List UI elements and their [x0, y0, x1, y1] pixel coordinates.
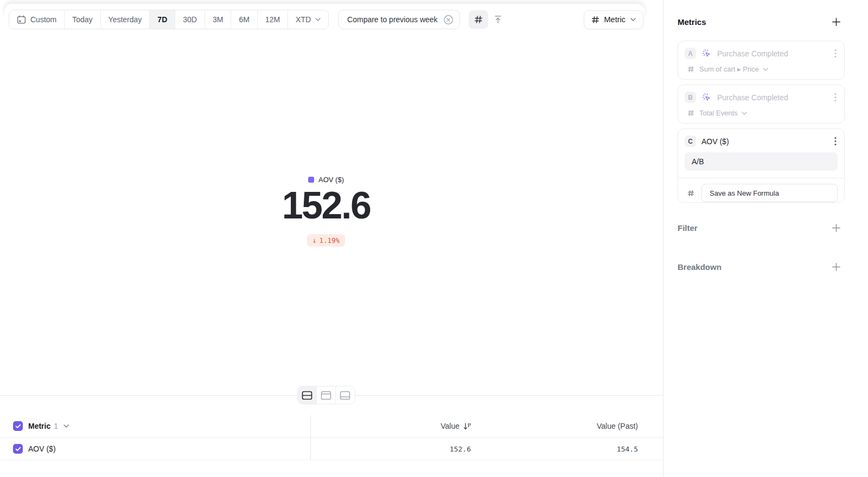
breakdown-title: Breakdown: [678, 262, 722, 272]
checkbox-check-icon: [15, 424, 21, 429]
uplift-button[interactable]: [488, 10, 508, 29]
kpi-value: 152.6: [0, 186, 652, 224]
checkbox-check-icon: [15, 447, 21, 452]
legend-swatch: [308, 177, 314, 183]
query-sidebar: Metrics A Purchase Completed: [663, 0, 868, 477]
analytics-app: Custom Today Yesterday 7D 30D 3M 6M 12M …: [0, 0, 868, 477]
hash-icon: [687, 66, 694, 73]
add-breakdown-button[interactable]: [832, 262, 841, 272]
breakdown-section-header: Breakdown: [678, 262, 841, 272]
date-range-xtd[interactable]: XTD: [288, 10, 328, 29]
measure-dropdown[interactable]: Sum of cart ▸ Price: [699, 65, 768, 73]
metric-name: Purchase Completed: [717, 93, 788, 102]
date-range-label: Custom: [30, 15, 56, 24]
kebab-menu-icon[interactable]: [833, 92, 838, 103]
hash-icon: [591, 16, 599, 24]
plus-icon: [832, 223, 841, 233]
formula-input[interactable]: A/B: [685, 152, 838, 171]
date-range-3m[interactable]: 3M: [205, 10, 231, 29]
metric-card-b[interactable]: B Purchase Completed Total Events: [678, 85, 845, 124]
value-column-header[interactable]: Value: [441, 415, 471, 437]
compare-chip-label: Compare to previous week: [347, 15, 438, 24]
kpi-delta-row: ↓ 1.19%: [0, 234, 652, 247]
hash-icon: [687, 109, 694, 117]
row-value: 152.6: [450, 438, 471, 460]
value-display-toggle: [469, 10, 508, 29]
filter-title: Filter: [678, 223, 698, 233]
show-numbers-button[interactable]: [469, 10, 488, 29]
layout-split-icon: [302, 391, 312, 400]
table-column-divider: [310, 415, 311, 460]
metric-card-c[interactable]: C AOV ($) A/B Save as New Formula: [678, 128, 845, 203]
chevron-down-icon: [315, 18, 321, 21]
row-value-past: 154.5: [617, 438, 638, 460]
date-range-7d[interactable]: 7D: [150, 10, 175, 29]
row-metric-name: AOV ($): [28, 444, 56, 453]
legend-label: AOV ($): [318, 176, 344, 184]
metric-dropdown-label: Metric: [604, 15, 626, 24]
delta-badge: ↓ 1.19%: [307, 234, 345, 247]
select-all-checkbox[interactable]: [13, 421, 23, 431]
add-filter-button[interactable]: [832, 223, 841, 233]
date-range-yesterday[interactable]: Yesterday: [101, 10, 150, 29]
measure-dropdown[interactable]: Total Events: [699, 109, 747, 117]
metric-badge: B: [685, 92, 696, 103]
toolbar: Custom Today Yesterday 7D 30D 3M 6M 12M …: [9, 10, 654, 29]
metrics-section-header: Metrics: [678, 17, 841, 27]
metric-count: 1: [54, 422, 58, 430]
layout-chart-only-button[interactable]: [317, 386, 336, 404]
metric-column-header: Metric: [28, 422, 50, 430]
chevron-down-icon: [630, 18, 636, 21]
layout-top-bar-icon: [321, 391, 331, 400]
hash-icon: [687, 190, 694, 197]
metric-name: AOV ($): [701, 137, 729, 146]
layout-switcher: [297, 386, 355, 404]
value-past-column-header[interactable]: Value (Past): [597, 415, 638, 437]
row-checkbox[interactable]: [13, 444, 23, 454]
date-range-6m[interactable]: 6M: [231, 10, 257, 29]
date-range-selector: Custom Today Yesterday 7D 30D 3M 6M 12M …: [9, 10, 329, 29]
date-range-30d[interactable]: 30D: [175, 10, 205, 29]
chevron-down-icon: [763, 68, 768, 71]
hash-icon: [474, 15, 483, 24]
table-row[interactable]: AOV ($) 152.6 154.5: [0, 438, 663, 460]
add-metric-button[interactable]: [832, 17, 841, 27]
metrics-title: Metrics: [678, 17, 706, 27]
metric-card-a[interactable]: A Purchase Completed Sum of cart ▸: [678, 41, 845, 80]
kebab-menu-icon[interactable]: [833, 48, 838, 59]
sort-descending-icon: [463, 423, 471, 430]
calendar-icon: [17, 15, 26, 24]
plus-icon: [832, 262, 841, 272]
date-range-custom[interactable]: Custom: [9, 10, 65, 29]
compare-chip[interactable]: Compare to previous week: [338, 10, 460, 29]
metric-badge: A: [685, 48, 696, 59]
layout-bottom-bar-icon: [340, 391, 350, 400]
kebab-menu-icon[interactable]: [833, 136, 838, 147]
metric-name: Purchase Completed: [717, 49, 788, 58]
plus-icon: [832, 17, 841, 27]
layout-switcher-wrap: [0, 386, 652, 404]
main-panel: Custom Today Yesterday 7D 30D 3M 6M 12M …: [0, 0, 663, 477]
metric-badge: C: [685, 136, 696, 147]
sparkle-cursor-icon: [701, 92, 712, 102]
delta-value: 1.19%: [319, 236, 340, 244]
metric-dropdown-button[interactable]: Metric: [584, 10, 643, 29]
arrow-down-icon: ↓: [312, 236, 317, 244]
date-range-today[interactable]: Today: [65, 10, 100, 29]
arrow-up-to-line-icon: [493, 15, 503, 24]
date-range-12m[interactable]: 12M: [258, 10, 288, 29]
filter-section-header: Filter: [678, 223, 841, 233]
table-header: Metric 1 Value Value (Past): [0, 415, 663, 438]
chevron-down-icon[interactable]: [63, 424, 69, 428]
layout-table-only-button[interactable]: [336, 386, 355, 404]
sparkle-cursor-icon: [701, 48, 712, 59]
circle-x-icon[interactable]: [443, 15, 454, 25]
save-as-new-formula-button[interactable]: Save as New Formula: [701, 184, 838, 202]
layout-split-button[interactable]: [298, 386, 317, 404]
chart-legend: AOV ($): [0, 176, 652, 184]
chevron-down-icon: [742, 112, 747, 115]
